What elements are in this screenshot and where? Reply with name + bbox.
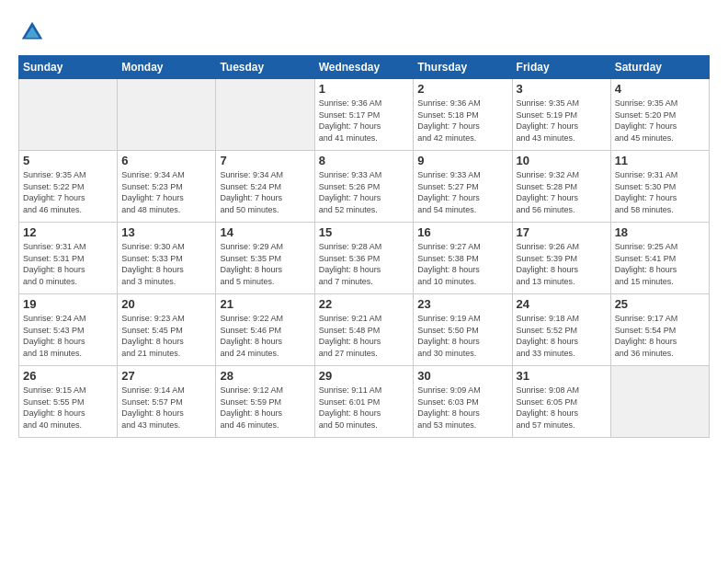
calendar-cell: 6Sunrise: 9:34 AM Sunset: 5:23 PM Daylig… — [118, 151, 216, 223]
day-number: 18 — [615, 225, 705, 239]
calendar-cell: 9Sunrise: 9:33 AM Sunset: 5:27 PM Daylig… — [414, 151, 512, 223]
day-number: 9 — [417, 154, 507, 167]
day-number: 14 — [220, 225, 310, 239]
weekday-wednesday: Wednesday — [314, 56, 414, 79]
day-info: Sunrise: 9:15 AM Sunset: 5:55 PM Dayligh… — [23, 385, 113, 431]
week-row-4: 26Sunrise: 9:15 AM Sunset: 5:55 PM Dayli… — [19, 366, 710, 438]
day-info: Sunrise: 9:18 AM Sunset: 5:52 PM Dayligh… — [517, 313, 607, 359]
calendar-cell: 24Sunrise: 9:18 AM Sunset: 5:52 PM Dayli… — [512, 294, 610, 366]
calendar-cell — [216, 79, 314, 151]
weekday-friday: Friday — [512, 56, 610, 79]
calendar-cell: 20Sunrise: 9:23 AM Sunset: 5:45 PM Dayli… — [118, 294, 216, 366]
day-number: 21 — [220, 297, 310, 311]
day-info: Sunrise: 9:09 AM Sunset: 6:03 PM Dayligh… — [417, 385, 507, 431]
page: SundayMondayTuesdayWednesdayThursdayFrid… — [0, 0, 728, 563]
calendar-cell: 15Sunrise: 9:28 AM Sunset: 5:36 PM Dayli… — [314, 223, 414, 294]
day-info: Sunrise: 9:31 AM Sunset: 5:31 PM Dayligh… — [23, 241, 113, 287]
weekday-header-row: SundayMondayTuesdayWednesdayThursdayFrid… — [19, 56, 710, 79]
calendar-cell: 13Sunrise: 9:30 AM Sunset: 5:33 PM Dayli… — [118, 223, 216, 294]
calendar-cell: 3Sunrise: 9:35 AM Sunset: 5:19 PM Daylig… — [512, 79, 610, 151]
calendar-cell: 4Sunrise: 9:35 AM Sunset: 5:20 PM Daylig… — [610, 79, 709, 151]
calendar-cell: 5Sunrise: 9:35 AM Sunset: 5:22 PM Daylig… — [19, 151, 118, 223]
day-number: 5 — [23, 154, 113, 167]
calendar-cell: 29Sunrise: 9:11 AM Sunset: 6:01 PM Dayli… — [314, 366, 414, 438]
day-info: Sunrise: 9:36 AM Sunset: 5:18 PM Dayligh… — [417, 98, 507, 144]
weekday-thursday: Thursday — [414, 56, 512, 79]
day-info: Sunrise: 9:26 AM Sunset: 5:39 PM Dayligh… — [517, 241, 607, 287]
calendar-cell: 19Sunrise: 9:24 AM Sunset: 5:43 PM Dayli… — [19, 294, 118, 366]
logo-icon — [18, 18, 46, 46]
calendar-cell: 14Sunrise: 9:29 AM Sunset: 5:35 PM Dayli… — [216, 223, 314, 294]
day-number: 27 — [121, 369, 211, 383]
day-info: Sunrise: 9:27 AM Sunset: 5:38 PM Dayligh… — [417, 241, 507, 287]
calendar-cell: 27Sunrise: 9:14 AM Sunset: 5:57 PM Dayli… — [118, 366, 216, 438]
calendar-cell: 22Sunrise: 9:21 AM Sunset: 5:48 PM Dayli… — [314, 294, 414, 366]
week-row-0: 1Sunrise: 9:36 AM Sunset: 5:17 PM Daylig… — [19, 79, 710, 151]
day-info: Sunrise: 9:36 AM Sunset: 5:17 PM Dayligh… — [319, 98, 410, 144]
day-info: Sunrise: 9:33 AM Sunset: 5:26 PM Dayligh… — [319, 169, 410, 215]
day-number: 29 — [319, 369, 410, 383]
calendar-cell: 7Sunrise: 9:34 AM Sunset: 5:24 PM Daylig… — [216, 151, 314, 223]
day-number: 16 — [417, 225, 507, 239]
day-info: Sunrise: 9:35 AM Sunset: 5:22 PM Dayligh… — [23, 169, 113, 215]
weekday-monday: Monday — [118, 56, 216, 79]
day-number: 31 — [517, 369, 607, 383]
day-info: Sunrise: 9:29 AM Sunset: 5:35 PM Dayligh… — [220, 241, 310, 287]
day-info: Sunrise: 9:08 AM Sunset: 6:05 PM Dayligh… — [517, 385, 607, 431]
calendar-table: SundayMondayTuesdayWednesdayThursdayFrid… — [18, 55, 710, 438]
day-info: Sunrise: 9:30 AM Sunset: 5:33 PM Dayligh… — [121, 241, 211, 287]
day-info: Sunrise: 9:25 AM Sunset: 5:41 PM Dayligh… — [615, 241, 705, 287]
calendar-cell: 28Sunrise: 9:12 AM Sunset: 5:59 PM Dayli… — [216, 366, 314, 438]
day-number: 19 — [23, 297, 113, 311]
day-number: 20 — [121, 297, 211, 311]
day-info: Sunrise: 9:35 AM Sunset: 5:19 PM Dayligh… — [517, 98, 607, 144]
week-row-2: 12Sunrise: 9:31 AM Sunset: 5:31 PM Dayli… — [19, 223, 710, 294]
calendar-cell: 23Sunrise: 9:19 AM Sunset: 5:50 PM Dayli… — [414, 294, 512, 366]
calendar-cell: 11Sunrise: 9:31 AM Sunset: 5:30 PM Dayli… — [610, 151, 709, 223]
day-number: 23 — [417, 297, 507, 311]
calendar-cell — [610, 366, 709, 438]
calendar-cell: 17Sunrise: 9:26 AM Sunset: 5:39 PM Dayli… — [512, 223, 610, 294]
day-number: 24 — [517, 297, 607, 311]
header — [18, 18, 710, 46]
calendar-cell: 8Sunrise: 9:33 AM Sunset: 5:26 PM Daylig… — [314, 151, 414, 223]
day-number: 4 — [615, 82, 705, 96]
calendar-cell: 10Sunrise: 9:32 AM Sunset: 5:28 PM Dayli… — [512, 151, 610, 223]
day-info: Sunrise: 9:14 AM Sunset: 5:57 PM Dayligh… — [121, 385, 211, 431]
day-number: 11 — [615, 154, 705, 167]
weekday-tuesday: Tuesday — [216, 56, 314, 79]
day-info: Sunrise: 9:21 AM Sunset: 5:48 PM Dayligh… — [319, 313, 410, 359]
calendar-cell: 30Sunrise: 9:09 AM Sunset: 6:03 PM Dayli… — [414, 366, 512, 438]
day-number: 30 — [417, 369, 507, 383]
calendar-cell: 1Sunrise: 9:36 AM Sunset: 5:17 PM Daylig… — [314, 79, 414, 151]
day-number: 15 — [319, 225, 410, 239]
day-info: Sunrise: 9:35 AM Sunset: 5:20 PM Dayligh… — [615, 98, 705, 144]
day-info: Sunrise: 9:33 AM Sunset: 5:27 PM Dayligh… — [417, 169, 507, 215]
logo — [18, 18, 51, 46]
day-info: Sunrise: 9:34 AM Sunset: 5:24 PM Dayligh… — [220, 169, 310, 215]
day-number: 7 — [220, 154, 310, 167]
week-row-3: 19Sunrise: 9:24 AM Sunset: 5:43 PM Dayli… — [19, 294, 710, 366]
calendar-cell: 12Sunrise: 9:31 AM Sunset: 5:31 PM Dayli… — [19, 223, 118, 294]
day-info: Sunrise: 9:32 AM Sunset: 5:28 PM Dayligh… — [517, 169, 607, 215]
day-info: Sunrise: 9:12 AM Sunset: 5:59 PM Dayligh… — [220, 385, 310, 431]
day-info: Sunrise: 9:17 AM Sunset: 5:54 PM Dayligh… — [615, 313, 705, 359]
day-number: 26 — [23, 369, 113, 383]
calendar-cell — [118, 79, 216, 151]
day-info: Sunrise: 9:22 AM Sunset: 5:46 PM Dayligh… — [220, 313, 310, 359]
day-number: 12 — [23, 225, 113, 239]
day-info: Sunrise: 9:19 AM Sunset: 5:50 PM Dayligh… — [417, 313, 507, 359]
day-number: 8 — [319, 154, 410, 167]
day-info: Sunrise: 9:11 AM Sunset: 6:01 PM Dayligh… — [319, 385, 410, 431]
day-number: 2 — [417, 82, 507, 96]
day-number: 6 — [121, 154, 211, 167]
weekday-saturday: Saturday — [610, 56, 709, 79]
day-number: 28 — [220, 369, 310, 383]
calendar-cell: 2Sunrise: 9:36 AM Sunset: 5:18 PM Daylig… — [414, 79, 512, 151]
calendar-cell — [19, 79, 118, 151]
calendar-cell: 18Sunrise: 9:25 AM Sunset: 5:41 PM Dayli… — [610, 223, 709, 294]
calendar-cell: 26Sunrise: 9:15 AM Sunset: 5:55 PM Dayli… — [19, 366, 118, 438]
calendar-cell: 25Sunrise: 9:17 AM Sunset: 5:54 PM Dayli… — [610, 294, 709, 366]
day-info: Sunrise: 9:34 AM Sunset: 5:23 PM Dayligh… — [121, 169, 211, 215]
calendar-cell: 31Sunrise: 9:08 AM Sunset: 6:05 PM Dayli… — [512, 366, 610, 438]
